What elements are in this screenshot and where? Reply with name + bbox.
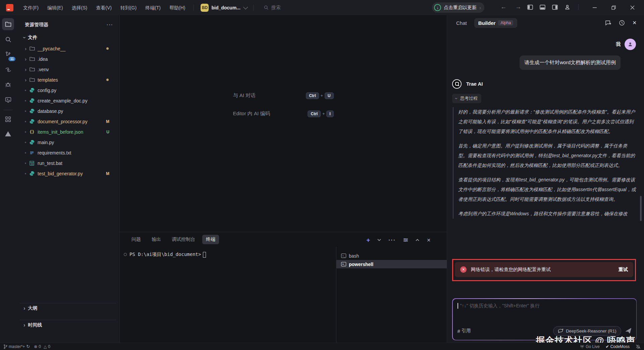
tree-item-file[interactable]: requirements.txt (16, 147, 119, 158)
chevron-right-icon: › (23, 322, 25, 328)
menu-help[interactable]: 帮助(H) (165, 3, 190, 13)
file-name: document_processor.py (38, 119, 88, 124)
tree-item-folder[interactable]: › .venv (16, 64, 119, 75)
shell-item-powershell[interactable]: >_ powershell (336, 260, 447, 268)
bullet-icon (25, 90, 30, 91)
json-file-icon: {} (30, 130, 38, 134)
outline-section[interactable]: › 大纲 (19, 303, 116, 313)
shell-item-bash[interactable]: >_ bash (336, 252, 447, 260)
chat-messages[interactable]: 我 请生成一个针对word文档解析的测试用例 Trae AI › 思考过程 好的… (447, 31, 644, 291)
more-actions-icon[interactable]: ··· (388, 237, 396, 243)
close-panel-icon[interactable]: ✕ (427, 237, 431, 243)
toggle-sidebar-icon[interactable] (527, 5, 533, 10)
tab-terminal[interactable]: 终端 (202, 235, 219, 244)
key-join: + (322, 112, 325, 116)
nav-back-icon[interactable]: ← (500, 3, 506, 10)
account-icon[interactable] (565, 4, 570, 10)
errors-icon: ⊗ (34, 344, 37, 349)
divider (4, 110, 12, 110)
window-close-button[interactable] (623, 0, 642, 15)
tree-item-file[interactable]: {} items_init_before.json U (16, 127, 119, 137)
toggle-secondary-sidebar-icon[interactable] (552, 5, 558, 10)
activity-plugin-icon[interactable] (5, 131, 11, 136)
keycap: Ctrl (308, 111, 321, 117)
bullet-icon (25, 173, 30, 174)
tree-item-file[interactable]: database.py (16, 106, 119, 116)
chevron-right-icon: › (25, 77, 30, 83)
terminal-prompt: PS D:\ai项目\bid_document> (129, 252, 201, 257)
window-restore-button[interactable] (604, 0, 623, 15)
shell-label: bash (349, 253, 359, 259)
chevron-down-icon[interactable] (377, 239, 381, 241)
python-file-icon (30, 171, 38, 176)
timeline-section[interactable]: › 时间线 (19, 320, 116, 330)
file-name: __pycache__ (38, 46, 65, 51)
input-placeholder: "↑↓" 切换历史输入，"Shift+Enter" 换行 (460, 303, 540, 309)
tab-builder[interactable]: Builder Alpha (474, 18, 517, 28)
user-avatar (625, 39, 636, 50)
chat-scrollbar[interactable] (640, 196, 642, 221)
thinking-process-toggle[interactable]: › 思考过程 (452, 94, 481, 103)
tree-item-file[interactable]: document_processor.py M (16, 116, 119, 127)
tree-item-folder[interactable]: › __pycache__ (16, 43, 119, 54)
explorer-section-files[interactable]: › 文件 (16, 31, 119, 43)
tree-item-file[interactable]: main.py (16, 137, 119, 147)
chevron-up-icon[interactable] (416, 239, 419, 241)
tab-chat[interactable]: Chat (452, 18, 471, 28)
global-search[interactable]: 搜索 (264, 5, 281, 11)
tab-debug-console[interactable]: 调试控制台 (168, 235, 199, 244)
tree-item-folder[interactable]: › .idea (16, 54, 119, 64)
tab-problems[interactable]: 问题 (128, 235, 145, 244)
menu-edit[interactable]: 编辑(E) (43, 3, 67, 13)
tree-item-file[interactable]: run_test.bat (16, 158, 119, 168)
tab-output[interactable]: 输出 (148, 235, 165, 244)
warnings-icon: △ (44, 344, 47, 349)
tree-item-file[interactable]: test_bid_generator.py M (16, 168, 119, 179)
user-message-bubble: 请生成一个针对word文档解析的测试用例 (520, 55, 621, 70)
toggle-panel-icon[interactable] (540, 5, 545, 10)
codemoss-label: CodeMoss (610, 344, 630, 349)
menu-goto[interactable]: 转到(G) (116, 3, 141, 13)
new-terminal-icon[interactable]: + (366, 237, 370, 243)
activity-debug-icon[interactable] (2, 79, 14, 91)
activity-remote-terminal-icon[interactable] (2, 94, 14, 106)
activity-explorer-icon[interactable] (2, 18, 14, 30)
menu-terminal[interactable]: 终端(T) (141, 3, 165, 13)
activity-search-icon[interactable] (2, 33, 14, 45)
deepseek-whale-icon (558, 329, 564, 333)
file-name: templates (38, 77, 58, 83)
chevron-right-icon: › (25, 56, 30, 62)
activity-extensions-icon[interactable] (2, 113, 14, 125)
retry-button[interactable]: 重试 (619, 267, 628, 273)
tree-item-file[interactable]: create_example_doc.py (16, 95, 119, 106)
nav-forward-icon[interactable]: → (515, 3, 521, 10)
chat-input-field[interactable]: "↑↓" 切换历史输入，"Shift+Enter" 换行 (458, 303, 632, 309)
menu-view[interactable]: 查看(V) (92, 3, 116, 13)
activity-source-control-icon[interactable]: 11 (2, 48, 14, 60)
go-live-button[interactable]: Go Live (580, 344, 599, 349)
history-icon[interactable] (619, 20, 625, 26)
tree-item-file[interactable]: config.py (16, 85, 119, 95)
filter-settings-icon[interactable] (403, 238, 408, 242)
reference-button[interactable]: # 引用 (458, 328, 471, 334)
menu-file[interactable]: 文件(F) (19, 3, 43, 13)
editor-area[interactable]: 与 AI 对话 Ctrl + U Editor 内 AI 编码 Ctrl + I (119, 15, 447, 232)
terminal-cursor (203, 252, 206, 258)
window-minimize-button[interactable] (585, 0, 604, 15)
send-icon[interactable] (625, 328, 632, 334)
project-switcher[interactable]: BD bid_docum... (198, 2, 249, 13)
more-actions-icon[interactable]: ··· (107, 22, 113, 28)
new-chat-icon[interactable] (605, 20, 611, 26)
problems-indicator[interactable]: ⊗ 0 △ 0 (34, 344, 50, 349)
git-branch-indicator[interactable]: master*+ ↻ (3, 344, 30, 349)
file-name: requirements.txt (38, 150, 71, 156)
restart-to-update-button[interactable]: ↓ 点击重启以更新 › (432, 2, 484, 13)
tree-item-folder[interactable]: › templates (16, 75, 119, 85)
close-chat-icon[interactable]: ✕ (632, 20, 637, 26)
chat-input-box: "↑↓" 切换历史输入，"Shift+Enter" 换行 # 引用 DeepSe… (452, 298, 637, 340)
menu-selection[interactable]: 选择(S) (67, 3, 92, 13)
notifications-muted-icon[interactable] (636, 344, 641, 349)
codemoss-button[interactable]: ✔ CodeMoss (606, 344, 630, 349)
terminal-content[interactable]: PS D:\ai项目\bid_document> (120, 247, 336, 343)
activity-remote-explorer-icon[interactable] (2, 63, 14, 76)
